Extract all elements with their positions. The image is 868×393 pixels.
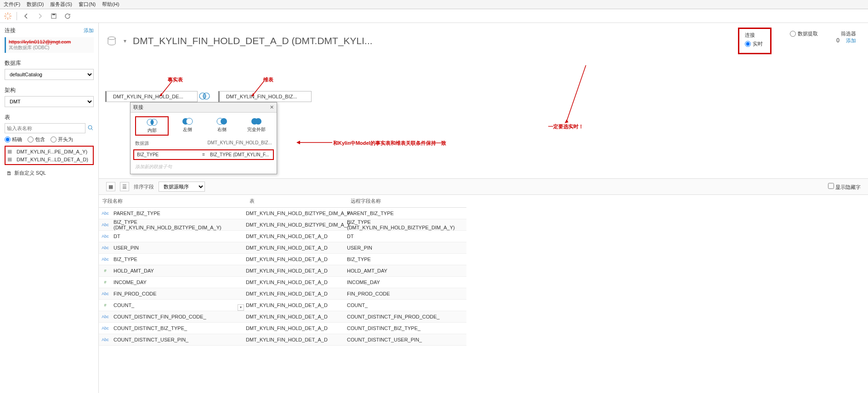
- grid-view-icon[interactable]: ▦: [106, 182, 115, 191]
- field-name[interactable]: COUNT_▾: [112, 302, 246, 308]
- menu-server[interactable]: 服务器(S): [50, 1, 72, 8]
- table-item[interactable]: ▦ DMT_KYLIN_F...PE_DIM_A_Y): [6, 148, 93, 155]
- save-button[interactable]: [49, 11, 58, 21]
- grid-row[interactable]: AbcFIN_PROD_CODEDMT_KYLIN_FIN_HOLD_DET_A…: [99, 288, 466, 300]
- connection-name: https://kylin0112@jmgt.com: [9, 39, 91, 45]
- grid-row[interactable]: AbcCOUNT_DISTINCT_USER_PIN_DMT_KYLIN_FIN…: [99, 334, 466, 346]
- join-type-inner[interactable]: 内部: [135, 116, 169, 136]
- field-name[interactable]: INCOME_DAY: [112, 279, 246, 285]
- type-icon: Abc: [99, 337, 112, 342]
- add-connection-link[interactable]: 添加: [84, 27, 94, 34]
- field-name[interactable]: USER_PIN: [112, 245, 246, 251]
- datasource-title: DMT_KYLIN_FIN_HOLD_DET_A_D (DMT.DMT_KYLI…: [133, 35, 373, 46]
- show-hidden-checkbox[interactable]: 显示隐藏字: [828, 183, 861, 191]
- field-table: DMT_KYLIN_FIN_HOLD_DET_A_D: [246, 291, 347, 296]
- radio-exact[interactable]: 精确: [5, 136, 22, 143]
- canvas-table-1[interactable]: DMT_KYLIN_FIN_HOLD_DE...: [105, 91, 198, 102]
- grid-row[interactable]: #HOLD_AMT_DAYDMT_KYLIN_FIN_HOLD_DET_A_DH…: [99, 265, 466, 277]
- menu-data[interactable]: 数据(D): [27, 1, 44, 8]
- field-remote: DT: [347, 234, 466, 239]
- svg-point-2: [88, 125, 92, 129]
- type-icon: Abc: [99, 222, 112, 227]
- connection-type: 其他数据库 (ODBC): [9, 45, 91, 51]
- menu-help[interactable]: 帮助(H): [102, 1, 119, 8]
- field-remote: INCOME_DAY: [347, 279, 466, 285]
- grid-row[interactable]: AbcCOUNT_DISTINCT_BIZ_TYPE_DMT_KYLIN_FIN…: [99, 323, 466, 334]
- field-name[interactable]: PARENT_BIZ_TYPE: [112, 211, 246, 216]
- schema-label: 架构: [5, 86, 94, 94]
- table-search-input[interactable]: [5, 123, 85, 133]
- menu-window[interactable]: 窗口(N): [79, 1, 96, 8]
- grid-row[interactable]: AbcUSER_PINDMT_KYLIN_FIN_HOLD_DET_A_DUSE…: [99, 242, 466, 254]
- grid-row[interactable]: AbcCOUNT_DISTINCT_FIN_PROD_CODE_DMT_KYLI…: [99, 311, 466, 323]
- toolbar: [0, 9, 868, 23]
- type-icon: #: [99, 303, 112, 308]
- table-item[interactable]: ▦ DMT_KYLIN_F...LD_DET_A_D): [6, 155, 93, 163]
- join-type-right[interactable]: 右侧: [206, 116, 238, 136]
- add-join-clause[interactable]: 添加新的联接子句: [130, 162, 277, 174]
- field-name[interactable]: DT: [112, 234, 246, 239]
- canvas-table-2[interactable]: DMT_KYLIN_FIN_HOLD_BIZ...: [218, 91, 312, 102]
- table-icon: ▦: [7, 148, 14, 154]
- grid-row[interactable]: #COUNT_▾DMT_KYLIN_FIN_HOLD_DET_A_DCOUNT_: [99, 300, 466, 311]
- separator: [17, 12, 17, 20]
- field-table: DMT_KYLIN_FIN_HOLD_DET_A_D: [246, 256, 347, 262]
- field-name[interactable]: HOLD_AMT_DAY: [112, 268, 246, 273]
- field-name[interactable]: COUNT_DISTINCT_FIN_PROD_CODE_: [112, 314, 246, 319]
- col-header-remote[interactable]: 远程字段名称: [347, 195, 466, 207]
- col-header-table[interactable]: 表: [246, 195, 347, 207]
- grid-row[interactable]: AbcBIZ_TYPE (DMT_KYLIN_FIN_HOLD_BIZTYPE_…: [99, 219, 466, 231]
- connection-item[interactable]: https://kylin0112@jmgt.com 其他数据库 (ODBC): [5, 37, 94, 53]
- join-source-right: DMT_KYLIN_FIN_HOLD_BIZ...: [204, 140, 272, 147]
- list-view-icon[interactable]: ☰: [120, 182, 129, 191]
- grid-row[interactable]: AbcPARENT_BIZ_TYPEDMT_KYLIN_FIN_HOLD_BIZ…: [99, 208, 466, 219]
- back-button[interactable]: [22, 11, 31, 21]
- col-header-name[interactable]: 字段名称: [99, 195, 246, 207]
- field-dropdown-icon[interactable]: ▾: [238, 304, 244, 311]
- database-select[interactable]: defaultCatalog: [5, 69, 94, 80]
- refresh-button[interactable]: [63, 11, 72, 21]
- join-condition-row[interactable]: BIZ_TYPE = BIZ_TYPE (DMT_KYLIN_F...: [133, 149, 274, 160]
- join-type-full[interactable]: 完全外部: [240, 116, 272, 136]
- svg-point-11: [221, 118, 227, 125]
- type-icon: Abc: [99, 211, 112, 216]
- radio-extract[interactable]: 数据提取: [790, 30, 818, 37]
- join-canvas[interactable]: DMT_KYLIN_FIN_HOLD_DE... DMT_KYLIN_FIN_H…: [99, 59, 868, 178]
- app-logo-icon: [4, 12, 12, 20]
- join-condition-left[interactable]: BIZ_TYPE: [137, 152, 197, 157]
- join-type-left[interactable]: 左侧: [171, 116, 203, 136]
- menu-file[interactable]: 文件(F): [4, 1, 20, 8]
- forward-button[interactable]: [35, 11, 45, 21]
- field-name[interactable]: COUNT_DISTINCT_USER_PIN_: [112, 337, 246, 342]
- sort-label: 排序字段: [134, 183, 154, 190]
- schema-select[interactable]: DMT: [5, 96, 94, 107]
- radio-starts[interactable]: 开头为: [51, 136, 73, 143]
- add-filter-link[interactable]: 添加: [846, 38, 856, 43]
- join-condition-right[interactable]: BIZ_TYPE (DMT_KYLIN_F...: [210, 152, 270, 157]
- grid-row[interactable]: #INCOME_DAYDMT_KYLIN_FIN_HOLD_DET_A_DINC…: [99, 277, 466, 288]
- dropdown-arrow-icon[interactable]: ▾: [124, 38, 126, 44]
- custom-sql-link[interactable]: 🖺 新自定义 SQL: [5, 169, 94, 177]
- join-condition-op: =: [200, 152, 207, 157]
- field-table: DMT_KYLIN_FIN_HOLD_DET_A_D: [246, 245, 347, 251]
- field-name[interactable]: BIZ_TYPE: [112, 256, 246, 262]
- grid-row[interactable]: AbcBIZ_TYPEDMT_KYLIN_FIN_HOLD_DET_A_DBIZ…: [99, 254, 466, 265]
- radio-live[interactable]: 实时: [745, 40, 763, 47]
- field-table: DMT_KYLIN_FIN_HOLD_DET_A_D: [246, 302, 347, 308]
- type-icon: #: [99, 280, 112, 285]
- menu-bar: 文件(F) 数据(D) 服务器(S) 窗口(N) 帮助(H): [0, 0, 868, 9]
- grid-row[interactable]: AbcDTDMT_KYLIN_FIN_HOLD_DET_A_DDT: [99, 231, 466, 242]
- filter-count: 0: [836, 37, 840, 44]
- field-name[interactable]: COUNT_DISTINCT_BIZ_TYPE_: [112, 325, 246, 331]
- sort-select[interactable]: 数据源顺序: [159, 182, 205, 192]
- field-name[interactable]: FIN_PROD_CODE: [112, 291, 246, 296]
- field-name[interactable]: BIZ_TYPE (DMT_KYLIN_FIN_HOLD_BIZTYPE_DIM…: [112, 219, 246, 230]
- join-icon[interactable]: [198, 92, 211, 100]
- field-table: DMT_KYLIN_FIN_HOLD_DET_A_D: [246, 279, 347, 285]
- search-icon[interactable]: [87, 125, 94, 132]
- annotation-join-condition: 和Kylin中Model的事实表和维表关联条件保持一致: [333, 140, 446, 147]
- close-icon[interactable]: ✕: [270, 104, 274, 110]
- connection-mode-label: 连接: [745, 32, 763, 39]
- radio-contains[interactable]: 包含: [28, 136, 45, 143]
- database-label: 数据库: [5, 59, 94, 67]
